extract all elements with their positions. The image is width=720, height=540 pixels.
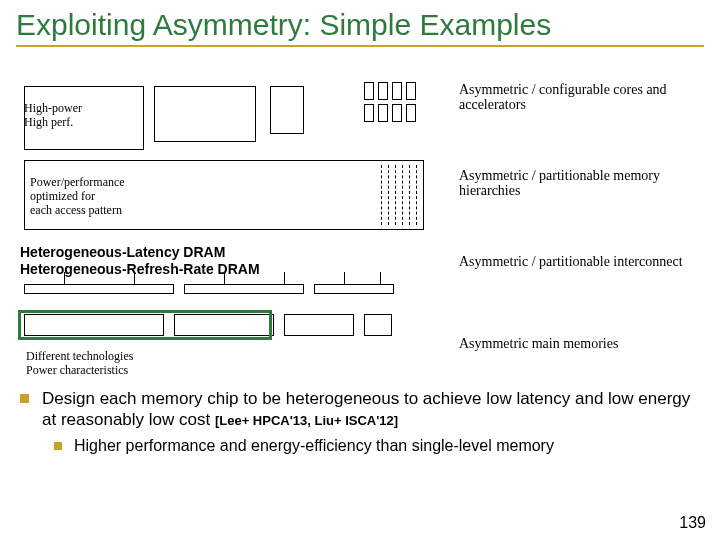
architecture-diagram: High-power High perf. Asymmetric / confi… (24, 86, 694, 366)
title-underline (16, 45, 704, 47)
highlight-box (18, 310, 272, 340)
mainmem-label-1: Different technologies (26, 350, 133, 363)
mainmem-box-4 (364, 314, 392, 336)
interconnect-seg-2 (184, 284, 304, 294)
page-title: Exploiting Asymmetry: Simple Examples (0, 0, 720, 45)
label-asym-cores: Asymmetric / configurable cores and acce… (459, 82, 689, 113)
page-number: 139 (679, 514, 706, 532)
label-high-power: High-power (24, 102, 82, 115)
mem-label-2: optimized for (30, 190, 95, 203)
annotation-line-1: Heterogeneous-Latency DRAM (20, 244, 260, 261)
mem-label-3: each access pattern (30, 204, 122, 217)
label-high-perf: High perf. (24, 116, 73, 129)
label-asym-memhier: Asymmetric / partitionable memory hierar… (459, 168, 689, 199)
bullet-2: Higher performance and energy-efficiency… (54, 437, 706, 455)
mem-label-1: Power/performance (30, 176, 125, 189)
bullet-1-citation: [Lee+ HPCA'13, Liu+ ISCA'12] (215, 413, 398, 428)
interconnect-seg-3 (314, 284, 394, 294)
bullet-square-icon (20, 394, 29, 403)
label-asym-mainmem: Asymmetric main memories (459, 336, 689, 351)
core-small-box (270, 86, 304, 134)
bullet-list: Design each memory chip to be heterogene… (20, 388, 706, 455)
mainmem-box-3 (284, 314, 354, 336)
label-asym-interconnect: Asymmetric / partitionable interconnect (459, 254, 689, 269)
core-mid-box (154, 86, 256, 142)
mainmem-label-2: Power characteristics (26, 364, 128, 377)
bullet-square-icon (54, 442, 62, 450)
interconnect-seg-1 (24, 284, 174, 294)
bullet-1: Design each memory chip to be heterogene… (20, 388, 706, 431)
bullet-2-text: Higher performance and energy-efficiency… (74, 437, 554, 454)
